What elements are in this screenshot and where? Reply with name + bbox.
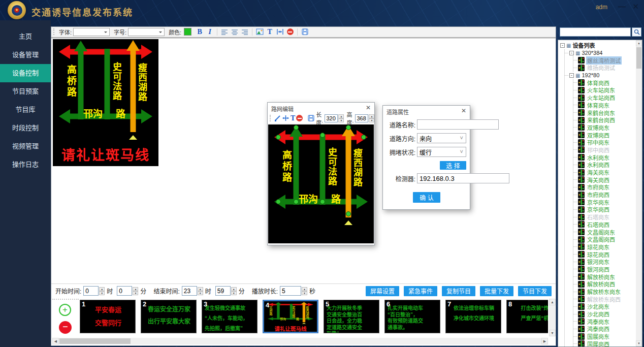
device-item[interactable]: 来鹤台岗西 bbox=[573, 116, 642, 124]
scrollbar-thumb[interactable] bbox=[59, 338, 131, 344]
device-name[interactable]: 琼花岗东 bbox=[586, 243, 610, 251]
device-name[interactable]: 沙北岗东 bbox=[586, 302, 610, 310]
device-item[interactable]: 海关岗东 bbox=[573, 169, 642, 176]
playlist-item[interactable]: 4 高桥路 史可法路 瘦西湖路 邗沟 路 请礼让斑马线 bbox=[263, 300, 318, 333]
collapse-icon[interactable]: - bbox=[569, 51, 574, 55]
action-button[interactable]: 节目下发 bbox=[518, 286, 552, 296]
start-hour-input[interactable] bbox=[83, 286, 99, 296]
device-name[interactable]: 解放桥岗东 bbox=[586, 273, 616, 281]
select-button[interactable]: 选 择 bbox=[440, 161, 466, 170]
congestion-select[interactable]: 缓行 bbox=[417, 147, 466, 157]
step-down-icon[interactable]: ▼ bbox=[369, 118, 374, 122]
device-item[interactable]: 银河岗西 bbox=[573, 266, 642, 273]
playlist-item[interactable]: 1平安春运交警同行 bbox=[80, 300, 136, 333]
duration-input[interactable] bbox=[280, 286, 301, 296]
align-left-icon[interactable] bbox=[220, 28, 229, 36]
playlist-item[interactable]: 7依法治理非标车辆净化城市交通环境 bbox=[445, 300, 501, 333]
device-name[interactable]: 海关岗东 bbox=[586, 168, 610, 176]
tree-root[interactable]: - ▦ 设备列表 bbox=[560, 42, 642, 49]
device-search-input[interactable] bbox=[560, 27, 631, 37]
device-item[interactable]: 火车站岗东 bbox=[573, 86, 642, 94]
collapse-icon[interactable]: - bbox=[569, 73, 574, 78]
device-name[interactable]: 双博岗东 bbox=[586, 123, 610, 132]
action-button[interactable]: 批量下发 bbox=[480, 286, 513, 296]
action-button[interactable]: 屏幕设置 bbox=[366, 286, 399, 296]
device-item[interactable]: 文昌阁岗东 bbox=[573, 228, 642, 236]
scroll-down-icon[interactable]: ▼ bbox=[636, 340, 642, 346]
device-item[interactable]: 水利岗东 bbox=[573, 153, 642, 161]
confirm-button[interactable]: 确 认 bbox=[413, 192, 440, 203]
device-item[interactable]: 鸿泰岗西 bbox=[573, 325, 642, 333]
editor-canvas[interactable]: 高桥路 史可法路 瘦西湖路 邗沟 路 bbox=[268, 124, 374, 243]
end-minute-input[interactable] bbox=[215, 286, 231, 296]
device-name[interactable]: 邗中岗东 bbox=[586, 138, 610, 146]
color-swatch[interactable] bbox=[184, 28, 191, 36]
device-item[interactable]: 石塔岗西 bbox=[573, 221, 642, 229]
device-name[interactable]: 螺丝湾桥测试 bbox=[586, 56, 622, 65]
device-item[interactable]: 国展岗东 bbox=[573, 333, 642, 340]
sidebar-item[interactable]: 节目库 bbox=[0, 101, 51, 119]
playlist-item[interactable]: 3发生轻微交通事故“人未伤，车能动，先拍照，后撤离” bbox=[202, 300, 257, 333]
start-minute-input[interactable] bbox=[117, 286, 132, 296]
device-item[interactable]: 双博岗西 bbox=[573, 131, 642, 139]
device-name[interactable]: 火车站岗西 bbox=[586, 93, 616, 102]
minimize-icon[interactable]: — bbox=[618, 2, 626, 11]
tree-scrollbar[interactable]: ▲ ▼ bbox=[636, 40, 642, 346]
device-item[interactable]: 石塔岗东 bbox=[573, 213, 642, 221]
device-name[interactable]: 国展岗西 bbox=[586, 340, 610, 347]
search-button[interactable] bbox=[632, 27, 641, 37]
device-name[interactable]: 解放桥东岗西 bbox=[586, 295, 622, 303]
device-item[interactable]: 邗中岗西 bbox=[573, 146, 642, 154]
sidebar-item[interactable]: 时段控制 bbox=[0, 119, 51, 137]
device-item[interactable]: 维扬岗测试 bbox=[573, 64, 642, 72]
device-item[interactable]: 银河岗东 bbox=[573, 258, 642, 266]
device-name[interactable]: 邗中岗西 bbox=[586, 146, 610, 154]
device-name[interactable]: 双博岗西 bbox=[586, 131, 610, 139]
tree-group[interactable]: -▦192*80 bbox=[565, 72, 642, 79]
device-item[interactable]: 体育岗西 bbox=[573, 79, 642, 86]
playlist-item[interactable]: 8打击改装“炸严查严惩“机 bbox=[506, 300, 548, 333]
device-name[interactable]: 市府岗东 bbox=[586, 183, 610, 191]
scroll-down-icon[interactable]: ▼ bbox=[549, 330, 556, 336]
sidebar-item[interactable]: 主页 bbox=[0, 27, 51, 46]
delete-icon[interactable] bbox=[285, 28, 295, 36]
dialog-title-bar[interactable]: 道路属性 ✕ bbox=[383, 106, 470, 116]
step-down-icon[interactable]: ▼ bbox=[338, 118, 344, 122]
length-input[interactable] bbox=[325, 114, 338, 122]
device-item[interactable]: 沙北岗西 bbox=[573, 310, 642, 318]
playlist-item[interactable]: 6扎实开展电动车“百日整治”，有效预防道路交通事故。 bbox=[384, 300, 440, 333]
delete-icon[interactable] bbox=[296, 114, 303, 122]
road-name-field[interactable] bbox=[417, 119, 499, 130]
action-button[interactable]: 复制节目 bbox=[442, 286, 475, 296]
detector-field[interactable] bbox=[417, 173, 509, 183]
align-right-icon[interactable] bbox=[240, 28, 249, 36]
sidebar-item[interactable]: 视频管理 bbox=[0, 137, 51, 155]
move-arrow-icon[interactable] bbox=[282, 114, 289, 122]
device-name[interactable]: 石塔岗西 bbox=[586, 220, 610, 229]
font-select[interactable] bbox=[73, 28, 110, 36]
bold-button[interactable]: B bbox=[195, 28, 204, 36]
dialog-title-bar[interactable]: 路网编辑 ✕ bbox=[268, 103, 374, 113]
step-up-icon[interactable]: ▲ bbox=[198, 287, 203, 291]
device-name[interactable]: 京华岗西 bbox=[586, 205, 610, 213]
device-name[interactable]: 来鹤台岗东 bbox=[586, 109, 616, 117]
spacing-icon[interactable] bbox=[275, 28, 284, 36]
device-name[interactable]: 海关岗西 bbox=[586, 176, 610, 184]
device-item[interactable]: 京华岗东 bbox=[573, 198, 642, 206]
insert-image-icon[interactable] bbox=[255, 28, 264, 36]
step-up-icon[interactable]: ▲ bbox=[369, 114, 374, 118]
device-name[interactable]: 体育岗西 bbox=[586, 79, 610, 87]
height-input[interactable] bbox=[355, 114, 368, 122]
size-select[interactable] bbox=[128, 28, 165, 36]
device-item[interactable]: 双博岗东 bbox=[573, 124, 642, 132]
device-item[interactable]: 水利岗西 bbox=[573, 161, 642, 169]
remove-program-button[interactable]: − bbox=[59, 321, 72, 334]
sidebar-item[interactable]: 操作日志 bbox=[0, 155, 51, 174]
scroll-left-icon[interactable]: ◀ bbox=[52, 338, 59, 344]
step-up-icon[interactable]: ▲ bbox=[231, 287, 237, 291]
scroll-right-icon[interactable]: ▶ bbox=[541, 338, 548, 344]
device-name[interactable]: 沙北岗西 bbox=[586, 310, 610, 318]
close-icon[interactable]: ✕ bbox=[366, 104, 371, 111]
add-program-button[interactable]: + bbox=[59, 304, 71, 316]
step-down-icon[interactable]: ▼ bbox=[231, 291, 237, 295]
